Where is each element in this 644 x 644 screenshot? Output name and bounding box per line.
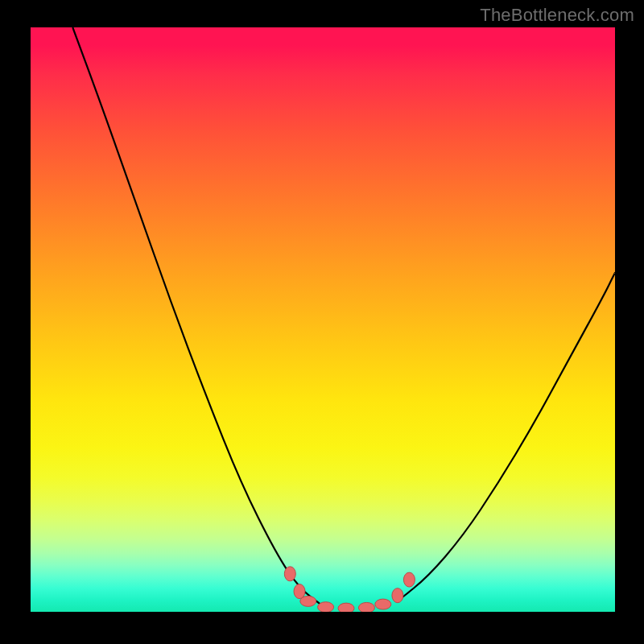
data-marker (358, 602, 374, 612)
marker-group (284, 567, 415, 612)
data-marker (294, 584, 305, 599)
data-marker (403, 572, 415, 587)
curve-layer (31, 27, 615, 612)
chart-frame: TheBottleneck.com (0, 0, 644, 644)
data-marker (338, 603, 354, 612)
data-marker (375, 599, 391, 609)
data-marker (300, 596, 316, 606)
left-curve (72, 27, 323, 606)
right-curve (398, 273, 615, 601)
data-marker (284, 567, 295, 581)
watermark-text: TheBottleneck.com (480, 5, 634, 26)
plot-area (31, 27, 615, 612)
data-marker (318, 602, 334, 612)
data-marker (392, 588, 403, 603)
